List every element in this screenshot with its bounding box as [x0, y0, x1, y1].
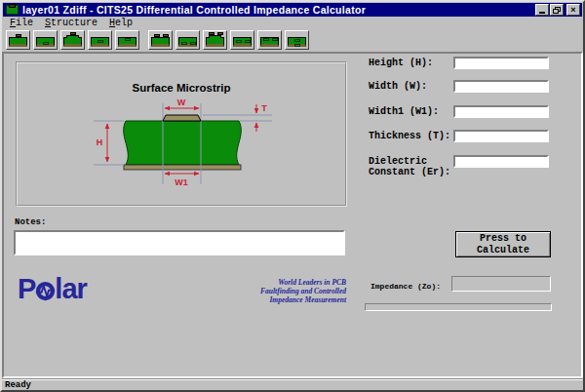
toolbar-button-embedded-microstrip[interactable]: [88, 30, 112, 50]
polar-logo: P lar: [18, 273, 87, 305]
form-row-thickness: Thickness (T):: [369, 130, 549, 142]
minimize-icon: [539, 12, 545, 14]
menu-item-help[interactable]: Help: [109, 18, 133, 28]
impedance-label: Impedance (Zo):: [370, 282, 441, 291]
toolbar-button-surface-microstrip[interactable]: [6, 30, 30, 50]
thickness-label: Thickness (T):: [369, 130, 453, 141]
dim-h-label: H: [97, 137, 103, 147]
app-icon[interactable]: [6, 5, 19, 15]
diff-offset-stripline-icon: [260, 37, 279, 47]
close-button[interactable]: ×: [566, 4, 580, 16]
titlebar: layer01 Zdiff - CITS25 Differential Cont…: [3, 3, 582, 17]
diff-surface-microstrip-icon: [151, 37, 170, 47]
offset-stripline-icon: [118, 37, 136, 47]
surface-microstrip-icon: [9, 37, 27, 47]
window-title: layer01 Zdiff - CITS25 Differential Cont…: [22, 4, 534, 16]
application-window: layer01 Zdiff - CITS25 Differential Cont…: [0, 0, 585, 392]
slogan: World Leaders in PCB Faultfinding and Co…: [252, 278, 346, 304]
progress-bar: [365, 303, 552, 311]
form-row-height: Height (H):: [369, 57, 549, 69]
toolbar-button-broadside-coupled-stripline[interactable]: [285, 30, 309, 50]
toolbar-button-diff-coated-microstrip[interactable]: [203, 30, 227, 50]
dielectric-constant-input[interactable]: [453, 155, 549, 168]
substrate: [124, 121, 242, 165]
status-bar: Ready: [2, 378, 583, 390]
minimize-button[interactable]: [535, 4, 549, 16]
toolbar-button-diff-surface-microstrip[interactable]: [148, 30, 173, 50]
notes-input[interactable]: [14, 230, 345, 255]
dielectric-constant-label: Dielectric Constant (Er):: [369, 155, 453, 177]
form-row-dielectric: Dielectric Constant (Er):: [369, 155, 549, 177]
height-input[interactable]: [453, 57, 549, 69]
dim-w-label: W: [177, 98, 186, 107]
calculate-button[interactable]: Press to Calculate: [455, 231, 551, 257]
close-icon: ×: [570, 5, 575, 15]
broadside-coupled-stripline-icon: [288, 37, 306, 47]
coated-microstrip-icon: [63, 37, 82, 47]
toolbar-button-diff-stripline[interactable]: [176, 30, 200, 50]
restore-icon: [553, 7, 561, 14]
notes-label: Notes:: [15, 217, 46, 227]
ground-plane: [124, 165, 241, 170]
menubar: File Structure Help: [2, 17, 583, 29]
thickness-input[interactable]: [453, 130, 549, 142]
signal-trace: [163, 115, 201, 121]
impedance-value-field: [451, 276, 551, 292]
restore-button[interactable]: [550, 4, 564, 16]
toolbar-button-offset-stripline[interactable]: [115, 30, 139, 50]
menu-item-structure[interactable]: Structure: [45, 18, 98, 28]
toolbar: [2, 29, 583, 52]
diff-coated-microstrip-icon: [206, 37, 224, 47]
toolbar-button-coated-microstrip[interactable]: [60, 30, 85, 50]
embedded-microstrip-icon: [91, 37, 109, 47]
form-row-width1: Width1 (W1):: [369, 105, 549, 118]
width-input[interactable]: [453, 80, 549, 93]
width1-label: Width1 (W1):: [369, 105, 453, 117]
toolbar-button-diff-embedded-microstrip[interactable]: [230, 30, 254, 50]
client-area: Surface Microstrip: [2, 52, 583, 378]
stripline-icon: [36, 37, 55, 47]
diff-stripline-icon: [178, 37, 197, 47]
form-row-width: Width (W):: [369, 80, 549, 93]
dim-t-label: T: [261, 103, 267, 113]
toolbar-button-diff-offset-stripline[interactable]: [257, 30, 282, 50]
polar-logo-o-waveform-icon: [35, 281, 56, 301]
diagram-panel: Surface Microstrip: [16, 61, 347, 207]
dim-w1-label: W1: [175, 177, 188, 187]
diff-embedded-microstrip-icon: [233, 37, 252, 47]
width-label: Width (W):: [369, 80, 453, 92]
status-text: Ready: [5, 380, 31, 390]
toolbar-button-stripline[interactable]: [33, 30, 58, 50]
cross-section-diagram: W T H W1: [17, 62, 348, 208]
menu-item-file[interactable]: File: [10, 18, 33, 28]
width1-input[interactable]: [453, 105, 549, 118]
height-label: Height (H):: [369, 57, 453, 68]
